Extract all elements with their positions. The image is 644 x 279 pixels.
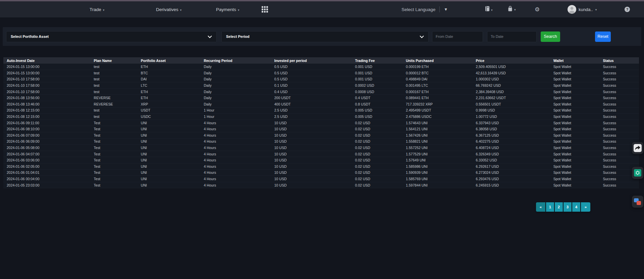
table-row[interactable]: 2024-01-10 17:58:00 test ETH Daily 0.4 U… xyxy=(3,88,639,95)
table-row[interactable]: 2024-01-06 06:09:00 Test UNI 4 Hours 10 … xyxy=(3,138,639,145)
cell-price: 0.556501 USDT xyxy=(472,101,550,108)
cell-wallet: Spot Wallet xyxy=(550,176,600,182)
cell-units-purchased: 1.597844 UNI xyxy=(402,182,472,188)
language-selector[interactable]: Select Language ▼ xyxy=(401,6,448,12)
cell-recurring-period: 4 Hours xyxy=(200,126,271,132)
cell-plan-name: Test xyxy=(91,176,138,182)
search-button[interactable]: Search xyxy=(541,31,560,42)
language-label: Select Language xyxy=(401,7,435,12)
cell-invested: 200 USDT xyxy=(271,95,352,101)
pagination-page-button[interactable]: 1 xyxy=(546,202,554,212)
pagination-page-button[interactable]: 4 xyxy=(572,202,580,212)
cell-trading-fee: 0.02 USD xyxy=(352,126,402,132)
help-icon[interactable]: ? xyxy=(625,7,630,12)
from-date-input[interactable]: From Date xyxy=(432,31,483,42)
cell-plan-name: Test xyxy=(91,120,138,126)
table-row[interactable]: 2024-01-05 23:03:00 Test UNI 4 Hours 10 … xyxy=(3,182,639,188)
table-row[interactable]: 2024-01-06 00:04:00 Test UNI 4 Hours 10 … xyxy=(3,176,639,182)
pagination-page-button[interactable]: 3 xyxy=(564,202,572,212)
reset-button[interactable]: Reset xyxy=(595,31,611,42)
table-row[interactable]: 2024-01-08 12:15:00 test USDT 1 Hour 2.5… xyxy=(3,107,639,114)
cell-recurring-period: 4 Hours xyxy=(200,163,271,170)
wallet-menu[interactable]: ▾ xyxy=(507,6,516,13)
cell-units-purchased: 0.000199 ETH xyxy=(402,64,472,70)
table-row[interactable]: 2024-01-06 02:05:00 Test UNI 4 Hours 10 … xyxy=(3,163,639,170)
cell-recurring-period: 1 Hour xyxy=(200,114,271,120)
cell-price: 6.245915 USD xyxy=(472,182,550,188)
auto-invest-history-table: Auto-Invest Date Plan Name Portfolio Ass… xyxy=(3,57,639,188)
pagination-prev-button[interactable]: « xyxy=(536,202,545,212)
cell-units-purchased: 1.57649 UNI xyxy=(402,157,472,163)
table-row[interactable]: 2024-01-08 12:15:00 test USDC 1 Hour 2.5… xyxy=(3,114,639,120)
table-row[interactable]: 2024-01-08 13:46:00 REVERESE XRP Daily 4… xyxy=(3,101,639,108)
pagination-next-button[interactable]: » xyxy=(581,202,590,212)
table-row[interactable]: 2024-01-06 01:04:01 Test UNI 4 Hours 10 … xyxy=(3,169,639,176)
cell-invested: 0.5 USD xyxy=(271,64,352,70)
chat-extension-button[interactable] xyxy=(632,196,643,208)
cell-trading-fee: 0.02 USD xyxy=(352,145,402,151)
cell-price: 6.402275 USD xyxy=(472,138,550,145)
cell-invested: 10 USD xyxy=(271,157,352,163)
cell-plan-name: test xyxy=(91,82,138,89)
cell-units-purchased: 1.585769 UNI xyxy=(402,176,472,182)
nav-item-derivatives[interactable]: Derivatives ▾ xyxy=(156,7,181,12)
cell-date: 2024-01-06 01:04:01 xyxy=(3,169,91,176)
cell-wallet: Spot Wallet xyxy=(550,82,600,89)
table-row[interactable]: 2024-01-06 07:09:00 Test UNI 4 Hours 10 … xyxy=(3,132,639,139)
cell-recurring-period: Daily xyxy=(200,70,271,76)
table-row[interactable]: 2024-01-06 08:10:00 Test UNI 4 Hours 10 … xyxy=(3,126,639,132)
cell-invested: 0.4 USD xyxy=(271,88,352,95)
table-row[interactable]: 2024-01-06 09:11:00 Test UNI 4 Hours 10 … xyxy=(3,120,639,126)
cell-price: 66.769242 USD xyxy=(472,82,550,89)
settings-gear-icon[interactable]: ⚙ xyxy=(535,7,540,12)
cell-date: 2024-01-10 17:58:00 xyxy=(3,76,91,82)
table-row[interactable]: 2024-01-10 17:58:00 test LTC Daily 0.1 U… xyxy=(3,82,639,89)
column-header: Status xyxy=(599,57,639,64)
chatgpt-extension-button[interactable] xyxy=(632,167,643,179)
table-row[interactable]: 2024-01-15 13:00:00 test BTC Daily 0.5 U… xyxy=(3,70,639,76)
table-row[interactable]: 2024-01-08 13:56:00 REVERSE ETH Daily 20… xyxy=(3,95,639,101)
cell-trading-fee: 0.02 USD xyxy=(352,163,402,170)
nav-item-label: Trade xyxy=(90,7,101,12)
cell-trading-fee: 0.8 USDT xyxy=(352,101,402,108)
cell-units-purchased: 1.557252 UNI xyxy=(402,145,472,151)
nav-item-payments[interactable]: Payments ▾ xyxy=(216,7,239,12)
cell-status: Success xyxy=(599,107,639,114)
share-extension-button[interactable] xyxy=(632,142,643,154)
pagination-page-button[interactable]: 2 xyxy=(555,202,563,212)
share-arrow-icon xyxy=(634,144,642,152)
cell-wallet: Spot Wallet xyxy=(550,88,600,95)
apps-grid-icon[interactable] xyxy=(262,6,268,13)
cell-invested: 10 USD xyxy=(271,151,352,157)
column-header: Trading Fee xyxy=(352,57,402,64)
cell-status: Success xyxy=(599,120,639,126)
cell-price: 6.326349 USD xyxy=(472,151,550,157)
cell-trading-fee: 0.02 USD xyxy=(352,169,402,176)
user-menu[interactable]: kunda.. ▾ xyxy=(568,5,597,14)
portfolio-asset-select[interactable]: Select Portfolio Asset xyxy=(6,31,217,42)
cell-plan-name: test xyxy=(91,64,138,70)
caret-down-icon: ▼ xyxy=(444,7,448,12)
cell-units-purchased: 1.558821 UNI xyxy=(402,138,472,145)
cell-wallet: Spot Wallet xyxy=(550,138,600,145)
table-row[interactable]: 2024-01-06 03:06:00 Test UNI 4 Hours 10 … xyxy=(3,157,639,163)
cell-portfolio-asset: ETH xyxy=(138,88,201,95)
cell-status: Success xyxy=(599,82,639,89)
nav-item-trade[interactable]: Trade ▾ xyxy=(90,7,104,12)
cell-portfolio-asset: ETH xyxy=(138,95,201,101)
cell-price: 0.9998 USD xyxy=(472,107,550,114)
period-select[interactable]: Select Period xyxy=(221,31,429,42)
table-row[interactable]: 2024-01-06 05:08:00 Test UNI 4 Hours 10 … xyxy=(3,145,639,151)
cell-status: Success xyxy=(599,76,639,82)
to-date-input[interactable]: To Date xyxy=(487,31,537,42)
cell-wallet: Spot Wallet xyxy=(550,169,600,176)
table-row[interactable]: 2024-01-06 04:07:00 Test UNI 4 Hours 10 … xyxy=(3,151,639,157)
cell-status: Success xyxy=(599,64,639,70)
caret-down-icon: ▾ xyxy=(491,8,493,11)
cell-status: Success xyxy=(599,114,639,120)
cell-recurring-period: 4 Hours xyxy=(200,157,271,163)
orders-menu[interactable]: ▾ xyxy=(485,6,493,13)
table-row[interactable]: 2024-01-10 17:58:00 test DAI Daily 0.5 U… xyxy=(3,76,639,82)
table-row[interactable]: 2024-01-15 13:00:00 test ETH Daily 0.5 U… xyxy=(3,64,639,70)
column-header: Recurring Period xyxy=(200,57,271,64)
